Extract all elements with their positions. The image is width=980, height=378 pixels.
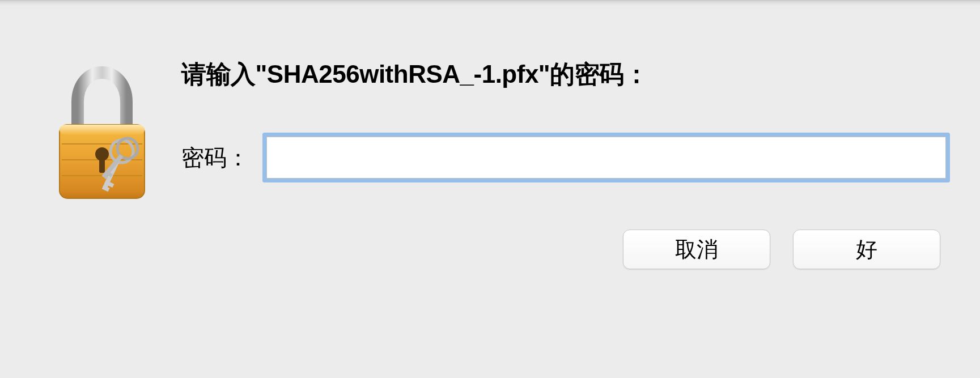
ok-button[interactable]: 好	[793, 230, 940, 269]
svg-rect-6	[99, 157, 105, 173]
password-dialog: 请输入"SHA256withRSA_-1.pfx"的密码： 密码： 取消 好	[0, 0, 980, 378]
text-column: 请输入"SHA256withRSA_-1.pfx"的密码： 密码： 取消 好	[181, 58, 946, 269]
dialog-content: 请输入"SHA256withRSA_-1.pfx"的密码： 密码： 取消 好	[45, 58, 946, 269]
prompt-message: 请输入"SHA256withRSA_-1.pfx"的密码：	[181, 58, 946, 91]
lock-icon	[48, 63, 156, 207]
cancel-button[interactable]: 取消	[623, 230, 770, 269]
password-label: 密码：	[181, 142, 249, 173]
button-row: 取消 好	[181, 230, 946, 269]
icon-column	[45, 58, 159, 207]
dialog-top-edge	[0, 1, 980, 6]
svg-rect-1	[60, 125, 145, 135]
password-input[interactable]	[266, 137, 946, 179]
password-row: 密码：	[181, 137, 946, 179]
